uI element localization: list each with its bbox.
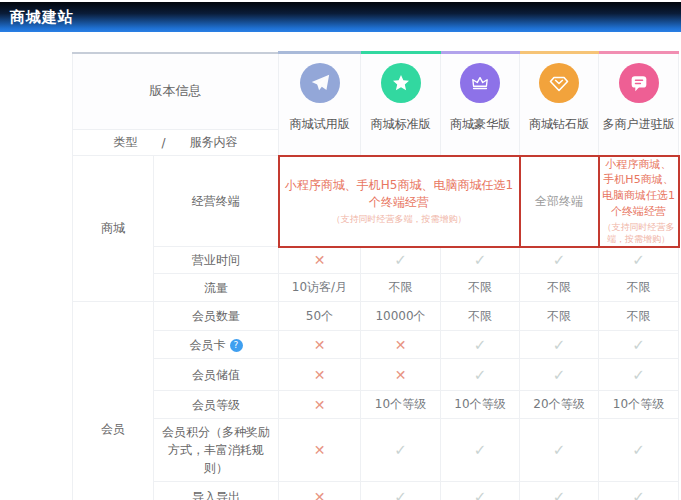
check-icon: ✓ xyxy=(474,441,487,459)
check-icon: ✓ xyxy=(632,366,645,384)
value-cell: ✓ xyxy=(599,419,679,482)
row-label: 会员储值 xyxy=(154,359,279,391)
check-icon: ✓ xyxy=(474,336,487,354)
check-icon: ✓ xyxy=(474,251,487,269)
check-icon: ✓ xyxy=(553,251,566,269)
value-text: 不限 xyxy=(547,280,571,294)
row-label: 会员积分（多种奖励方式，丰富消耗规则） xyxy=(154,419,279,482)
version-column-multi[interactable]: 多商户进驻版 xyxy=(599,53,679,156)
check-icon: ✓ xyxy=(553,336,566,354)
value-cell: 不限 xyxy=(361,274,441,302)
value-text: 10个等级 xyxy=(613,397,664,411)
version-header-row: 版本信息 商城试用版 xyxy=(73,53,679,130)
check-icon: ✓ xyxy=(394,488,407,500)
value-cell: ✕ xyxy=(361,331,441,359)
paper-plane-icon xyxy=(300,63,340,103)
version-column-trial[interactable]: 商城试用版 xyxy=(279,53,361,156)
version-name: 多商户进驻版 xyxy=(599,116,678,133)
row-label: 会员卡? xyxy=(154,331,279,359)
version-column-standard[interactable]: 商城标准版 xyxy=(361,53,441,156)
value-cell: ✓ xyxy=(599,359,679,391)
value-cell: 不限 xyxy=(599,274,679,302)
cross-icon: ✕ xyxy=(314,489,326,500)
value-cell: ✓ xyxy=(520,331,599,359)
value-cell: 全部终端 xyxy=(520,156,599,247)
value-cell: 不限 xyxy=(441,302,520,331)
value-cell: 小程序商城、手机H5商城、电脑商城任选1个终端经营（支持同时经营多端，按需增购） xyxy=(279,156,520,247)
terminal-option-note: （支持同时经营多端，按需增购） xyxy=(600,222,678,245)
type-label: 类型 xyxy=(113,134,137,151)
row-label: 经营终端 xyxy=(154,156,279,247)
row-label: 会员等级 xyxy=(154,391,279,419)
value-cell: ✕ xyxy=(279,331,361,359)
value-cell: ✓ xyxy=(599,331,679,359)
page-title: 商城建站 xyxy=(0,2,681,32)
value-cell: 10个等级 xyxy=(361,391,441,419)
type-service-header: 类型 / 服务内容 xyxy=(73,130,279,156)
value-text: 10000个 xyxy=(375,309,425,323)
value-cell: ✓ xyxy=(441,247,520,274)
version-info-header: 版本信息 xyxy=(73,53,279,130)
value-cell: ✕ xyxy=(361,359,441,391)
value-cell: ✓ xyxy=(441,359,520,391)
table-row: 流量10访客/月不限不限不限不限 xyxy=(73,274,679,302)
value-text: 50个 xyxy=(306,309,333,323)
value-text: 不限 xyxy=(468,280,492,294)
value-text: 20个等级 xyxy=(533,397,584,411)
check-icon: ✓ xyxy=(394,441,407,459)
check-icon: ✓ xyxy=(553,488,566,500)
row-label: 会员数量 xyxy=(154,302,279,331)
value-cell: ✓ xyxy=(599,482,679,500)
terminal-option-text: 小程序商城、手机H5商城、电脑商城任选1个终端经营 xyxy=(280,177,519,212)
value-text: 不限 xyxy=(627,309,651,323)
table-row: 商城经营终端小程序商城、手机H5商城、电脑商城任选1个终端经营（支持同时经营多端… xyxy=(73,156,679,247)
type-separator: / xyxy=(161,136,165,150)
version-column-deluxe[interactable]: 商城豪华版 xyxy=(441,53,520,156)
value-cell: 20个等级 xyxy=(520,391,599,419)
help-icon[interactable]: ? xyxy=(230,339,243,352)
service-label: 服务内容 xyxy=(190,134,238,151)
value-text: 10访客/月 xyxy=(292,280,347,294)
cross-icon: ✕ xyxy=(314,252,326,268)
cross-icon: ✕ xyxy=(395,337,407,353)
value-cell: ✕ xyxy=(279,391,361,419)
value-cell: ✓ xyxy=(520,247,599,274)
version-name: 商城豪华版 xyxy=(441,116,519,133)
value-cell: ✕ xyxy=(279,482,361,500)
value-cell: ✓ xyxy=(441,331,520,359)
value-cell: 10个等级 xyxy=(599,391,679,419)
value-cell: 小程序商城、手机H5商城、电脑商城任选1个终端经营（支持同时经营多端，按需增购） xyxy=(599,156,679,247)
value-text: 10个等级 xyxy=(454,397,505,411)
cross-icon: ✕ xyxy=(314,367,326,383)
star-icon xyxy=(381,63,421,103)
value-cell: 10个等级 xyxy=(441,391,520,419)
version-name: 商城钻石版 xyxy=(520,116,598,133)
terminal-option-note: （支持同时经营多端，按需增购） xyxy=(280,214,519,226)
value-cell: 不限 xyxy=(441,274,520,302)
cross-icon: ✕ xyxy=(314,442,326,458)
category-cell: 商城 xyxy=(73,156,154,302)
value-cell: ✕ xyxy=(279,359,361,391)
value-cell: ✓ xyxy=(599,247,679,274)
value-cell: 10访客/月 xyxy=(279,274,361,302)
value-text: 不限 xyxy=(627,280,651,294)
value-cell: ✓ xyxy=(441,482,520,500)
table-row: 营业时间✕✓✓✓✓ xyxy=(73,247,679,274)
diamond-icon xyxy=(539,63,579,103)
value-cell: 10000个 xyxy=(361,302,441,331)
value-cell: ✕ xyxy=(279,247,361,274)
value-cell: 不限 xyxy=(520,274,599,302)
version-name: 商城标准版 xyxy=(361,116,440,133)
value-cell: 50个 xyxy=(279,302,361,331)
row-label: 导入导出 xyxy=(154,482,279,500)
check-icon: ✓ xyxy=(632,251,645,269)
check-icon: ✓ xyxy=(474,366,487,384)
value-text: 不限 xyxy=(547,309,571,323)
cross-icon: ✕ xyxy=(314,337,326,353)
value-cell: 不限 xyxy=(520,302,599,331)
version-column-diamond[interactable]: 商城钻石版 xyxy=(520,53,599,156)
value-cell: ✓ xyxy=(361,482,441,500)
check-icon: ✓ xyxy=(632,441,645,459)
table-row: 导入导出✕✓✓✓✓ xyxy=(73,482,679,500)
table-row: 会员卡?✕✕✓✓✓ xyxy=(73,331,679,359)
